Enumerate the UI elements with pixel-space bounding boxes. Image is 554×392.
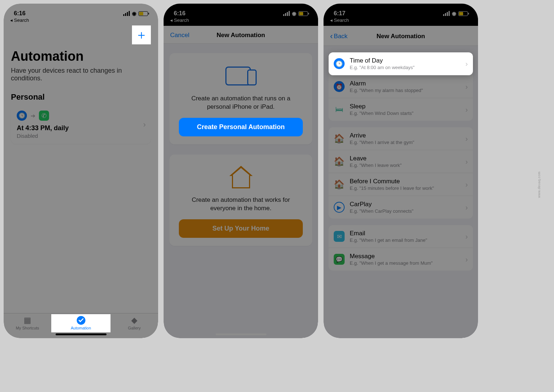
section-personal: Personal: [11, 92, 151, 102]
page-subtitle: Have your devices react to changes in co…: [11, 67, 151, 82]
home-indicator[interactable]: [216, 333, 266, 335]
home-indicator[interactable]: [56, 333, 107, 335]
signal-icon: [123, 11, 130, 16]
wifi-icon: ◉: [292, 11, 296, 16]
automation-card[interactable]: 🕓 ➔ ✆ At 4:33 PM, daily Disabled ›: [11, 105, 151, 144]
chevron-right-icon: ›: [465, 157, 468, 166]
tab-automation[interactable]: Automation: [51, 314, 111, 332]
tab-gallery[interactable]: ◆ Gallery: [111, 316, 158, 330]
bed-icon: 🛏: [334, 104, 345, 115]
row-subtitle: E.g. "15 minutes before I leave for work…: [350, 185, 465, 191]
row-title: Alarm: [350, 80, 465, 87]
chevron-right-icon: ›: [465, 83, 468, 91]
chevron-right-icon: ›: [465, 60, 468, 68]
grid-icon: ▦: [23, 316, 33, 324]
add-automation-button[interactable]: ＋: [132, 25, 151, 44]
row-title: Arrive: [350, 132, 465, 139]
create-personal-automation-button[interactable]: Create Personal Automation: [179, 118, 303, 136]
cancel-button[interactable]: Cancel: [170, 32, 189, 39]
arrive-icon: 🏠: [334, 133, 345, 144]
status-indicators: ◉: [283, 11, 308, 16]
automation-card-title: At 4:33 PM, daily: [17, 124, 145, 132]
trigger-sleep[interactable]: 🛏 Sleep E.g. "When Wind Down starts" ›: [329, 98, 473, 121]
home-card-text: Create an automation that works for ever…: [179, 196, 303, 213]
status-indicators: ◉: [123, 11, 148, 16]
back-to-search[interactable]: ◂ Search: [4, 17, 158, 25]
trigger-alarm[interactable]: ⏰ Alarm E.g. "When my alarm has stopped"…: [329, 75, 473, 98]
clock-icon: 🕒: [334, 58, 345, 69]
chevron-right-icon: ›: [465, 255, 468, 264]
page-title: Automation: [11, 49, 151, 64]
trigger-group-comm: ✉ Email E.g. "When I get an email from J…: [329, 225, 473, 271]
row-title: CarPlay: [350, 201, 465, 208]
row-title: Sleep: [350, 103, 465, 110]
battery-icon: [138, 11, 148, 16]
email-icon: ✉: [334, 231, 345, 242]
status-bar: 6:16 ◉: [164, 4, 318, 17]
tab-my-shortcuts[interactable]: ▦ My Shortcuts: [4, 316, 51, 330]
trigger-before-commute[interactable]: 🏠 Before I Commute E.g. "15 minutes befo…: [329, 173, 473, 196]
trigger-arrive[interactable]: 🏠 Arrive E.g. "When I arrive at the gym"…: [329, 127, 473, 150]
plus-icon: ＋: [135, 27, 148, 43]
row-subtitle: E.g. "When my alarm has stopped": [350, 88, 465, 93]
automation-card-status: Disabled: [17, 133, 145, 139]
automation-icon: [76, 316, 86, 324]
tab-label: Automation: [71, 326, 91, 330]
status-bar: 6:16 ◉: [4, 4, 158, 17]
status-bar: 6:17 ◉: [324, 4, 478, 17]
trigger-leave[interactable]: 🏠 Leave E.g. "When I leave work" ›: [329, 150, 473, 173]
clock-icon: 🕓: [17, 111, 27, 121]
devices-icon: [225, 63, 257, 89]
status-time: 6:16: [174, 10, 185, 17]
watermark: www.deuaq.com: [538, 171, 541, 198]
commute-icon: 🏠: [334, 179, 345, 190]
setup-home-button[interactable]: Set Up Your Home: [179, 219, 303, 238]
trigger-group-location: 🏠 Arrive E.g. "When I arrive at the gym"…: [329, 127, 473, 219]
phone-screen-1: 6:16 ◉ ◂ Search ＋ Automation Have your d…: [4, 4, 158, 338]
chevron-left-icon: ‹: [330, 32, 333, 41]
row-subtitle: E.g. "When I arrive at the gym": [350, 140, 465, 145]
leave-icon: 🏠: [334, 156, 345, 167]
personal-automation-card: Create an automation that runs on a pers…: [169, 53, 312, 144]
row-title: Before I Commute: [350, 178, 465, 185]
chevron-right-icon: ›: [465, 203, 468, 212]
nav-bar: Cancel New Automation: [164, 26, 318, 44]
back-to-search[interactable]: ◂ Search: [164, 17, 318, 26]
wifi-icon: ◉: [452, 11, 456, 16]
row-title: Time of Day: [350, 57, 465, 64]
message-icon: 💬: [334, 254, 345, 265]
back-label: Back: [334, 33, 348, 40]
wifi-icon: ◉: [132, 11, 136, 16]
trigger-email[interactable]: ✉ Email E.g. "When I get an email from J…: [329, 225, 473, 248]
trigger-time-of-day[interactable]: 🕒 Time of Day E.g. "At 8:00 am on weekda…: [329, 52, 473, 75]
signal-icon: [443, 11, 450, 16]
home-automation-card: Create an automation that works for ever…: [169, 155, 312, 246]
status-indicators: ◉: [443, 11, 468, 16]
status-time: 6:16: [14, 10, 25, 17]
alarm-icon: ⏰: [334, 81, 345, 92]
whatsapp-icon: ✆: [39, 111, 49, 121]
row-subtitle: E.g. "When CarPlay connects": [350, 208, 465, 214]
back-to-search[interactable]: ◂ Search: [324, 17, 478, 26]
signal-icon: [283, 11, 290, 16]
chevron-right-icon: ›: [143, 120, 146, 129]
gallery-icon: ◆: [129, 316, 140, 324]
trigger-carplay[interactable]: ▶ CarPlay E.g. "When CarPlay connects" ›: [329, 196, 473, 219]
row-subtitle: E.g. "At 8:00 am on weekdays": [350, 65, 465, 70]
back-button[interactable]: ‹ Back: [330, 32, 348, 41]
phone-screen-2: 6:16 ◉ ◂ Search Cancel New Automation Cr…: [164, 4, 318, 338]
row-title: Email: [350, 230, 465, 237]
trigger-message[interactable]: 💬 Message E.g. "When I get a message fro…: [329, 248, 473, 271]
home-icon: [230, 165, 252, 190]
row-subtitle: E.g. "When I get a message from Mum": [350, 260, 465, 266]
nav-title: New Automation: [377, 33, 425, 40]
tab-label: Gallery: [128, 326, 141, 330]
status-time: 6:17: [334, 10, 345, 17]
personal-card-text: Create an automation that runs on a pers…: [179, 95, 303, 111]
row-subtitle: E.g. "When I get an email from Jane": [350, 237, 465, 243]
battery-icon: [458, 11, 468, 16]
arrow-icon: ➔: [31, 112, 35, 119]
phone-screen-3: 6:17 ◉ ◂ Search ‹ Back New Automation 🕒 …: [324, 4, 478, 338]
chevron-right-icon: ›: [465, 180, 468, 189]
row-subtitle: E.g. "When I leave work": [350, 163, 465, 168]
